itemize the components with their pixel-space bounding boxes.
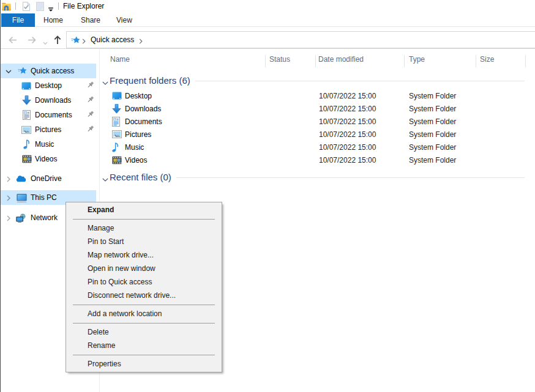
ribbon-tab-share[interactable]: Share bbox=[81, 13, 100, 27]
group-header-rule bbox=[195, 81, 525, 81]
ribbon-tab-view[interactable]: View bbox=[116, 13, 132, 27]
context-menu: Expand Manage Pin to Start Map network d… bbox=[65, 202, 222, 372]
documents-icon bbox=[112, 117, 122, 127]
menu-item-properties[interactable]: Properties bbox=[66, 357, 222, 371]
file-row-videos[interactable]: Videos 10/07/2022 15:00 System Folder bbox=[100, 154, 535, 167]
qat-customize-dropdown-icon[interactable] bbox=[48, 5, 53, 10]
chevron-down-icon[interactable] bbox=[102, 79, 108, 83]
column-separator[interactable] bbox=[476, 55, 476, 67]
breadcrumb-chevron-icon[interactable] bbox=[139, 37, 143, 43]
sidebar-item-label: Quick access bbox=[31, 64, 74, 78]
file-name[interactable]: Documents bbox=[125, 116, 162, 128]
column-header-date-modified[interactable]: Date modified bbox=[318, 54, 364, 64]
breadcrumb-chevron-icon[interactable] bbox=[82, 37, 86, 43]
videos-icon bbox=[22, 155, 32, 165]
pictures-icon bbox=[21, 126, 31, 136]
recent-locations-dropdown-icon[interactable] bbox=[43, 38, 48, 42]
onedrive-icon bbox=[16, 176, 26, 184]
sidebar-item-label: Videos bbox=[35, 152, 57, 166]
menu-separator bbox=[73, 305, 215, 305]
sidebar-item-label: Desktop bbox=[35, 78, 62, 93]
group-header-frequent-folders[interactable]: Frequent folders (6) bbox=[100, 75, 535, 87]
group-header-label[interactable]: Recent files (0) bbox=[110, 171, 171, 183]
chevron-down-icon[interactable] bbox=[6, 68, 12, 74]
group-header-label[interactable]: Frequent folders (6) bbox=[110, 75, 190, 87]
quick-access-star-icon bbox=[18, 66, 27, 77]
navigation-bar: Quick access bbox=[0, 28, 535, 49]
back-button-icon[interactable] bbox=[9, 36, 17, 44]
this-pc-icon bbox=[17, 193, 27, 204]
file-row-music[interactable]: Music 10/07/2022 15:00 System Folder bbox=[100, 141, 535, 154]
file-name[interactable]: Desktop bbox=[125, 90, 152, 103]
breadcrumb-location[interactable]: Quick access bbox=[91, 32, 134, 48]
sidebar-item-onedrive[interactable]: OneDrive bbox=[1, 171, 96, 186]
column-separator[interactable] bbox=[525, 55, 526, 67]
qat-new-folder-icon[interactable] bbox=[36, 2, 44, 11]
column-separator[interactable] bbox=[404, 55, 405, 67]
forward-button-icon[interactable] bbox=[28, 36, 36, 44]
sidebar-item-videos[interactable]: Videos bbox=[1, 152, 96, 166]
sidebar-item-label: Documents bbox=[35, 108, 72, 122]
file-row-desktop[interactable]: Desktop 10/07/2022 15:00 System Folder bbox=[100, 90, 535, 103]
menu-item-manage[interactable]: Manage bbox=[66, 221, 222, 235]
pin-icon bbox=[86, 81, 94, 89]
sidebar-item-label: Network bbox=[31, 210, 58, 225]
menu-item-disconnect-network-drive[interactable]: Disconnect network drive... bbox=[66, 289, 222, 302]
chevron-right-icon[interactable] bbox=[6, 176, 12, 182]
sidebar-item-downloads[interactable]: Downloads bbox=[1, 93, 96, 108]
menu-item-open-in-new-window[interactable]: Open in new window bbox=[66, 262, 222, 275]
sidebar-item-quick-access[interactable]: Quick access bbox=[1, 64, 96, 78]
titlebar-separator bbox=[58, 2, 59, 10]
file-type: System Folder bbox=[409, 103, 456, 116]
file-type: System Folder bbox=[409, 154, 456, 167]
menu-item-expand[interactable]: Expand bbox=[66, 203, 222, 216]
chevron-right-icon[interactable] bbox=[6, 215, 12, 221]
menu-item-pin-to-start[interactable]: Pin to Start bbox=[66, 235, 222, 248]
file-explorer-window: File Explorer File Home Share View Quick… bbox=[0, 0, 535, 392]
qat-properties-icon[interactable] bbox=[23, 2, 30, 11]
downloads-icon bbox=[22, 95, 31, 107]
file-name[interactable]: Pictures bbox=[125, 128, 151, 141]
group-header-recent-files[interactable]: Recent files (0) bbox=[100, 171, 535, 183]
sidebar-item-label: This PC bbox=[31, 190, 57, 205]
chevron-down-icon[interactable] bbox=[102, 176, 108, 180]
column-separator[interactable] bbox=[265, 55, 266, 67]
file-name[interactable]: Downloads bbox=[125, 103, 161, 116]
file-type: System Folder bbox=[409, 128, 456, 141]
desktop-icon bbox=[112, 91, 122, 101]
menu-item-rename[interactable]: Rename bbox=[66, 339, 222, 352]
address-bar[interactable]: Quick access bbox=[66, 31, 535, 48]
file-type: System Folder bbox=[409, 141, 456, 154]
menu-item-add-a-network-location[interactable]: Add a network location bbox=[66, 307, 222, 320]
sidebar-item-music[interactable]: Music bbox=[1, 137, 96, 152]
menu-item-pin-to-quick-access[interactable]: Pin to Quick access bbox=[66, 275, 222, 289]
menu-separator bbox=[73, 219, 215, 220]
window-title: File Explorer bbox=[63, 0, 104, 13]
column-header-name[interactable]: Name bbox=[110, 54, 130, 64]
file-explorer-logo-icon bbox=[1, 1, 12, 12]
column-separator[interactable] bbox=[315, 55, 316, 67]
titlebar-separator bbox=[15, 2, 16, 10]
file-row-downloads[interactable]: Downloads 10/07/2022 15:00 System Folder bbox=[100, 103, 535, 116]
sidebar-item-desktop[interactable]: Desktop bbox=[1, 78, 96, 93]
column-header-status[interactable]: Status bbox=[269, 54, 290, 64]
sidebar-item-documents[interactable]: Documents bbox=[1, 108, 96, 122]
chevron-right-icon[interactable] bbox=[6, 194, 12, 201]
file-name[interactable]: Music bbox=[125, 141, 144, 154]
column-header-size[interactable]: Size bbox=[480, 54, 494, 64]
sidebar-item-pictures[interactable]: Pictures bbox=[1, 122, 96, 137]
file-date-modified: 10/07/2022 15:00 bbox=[319, 116, 376, 128]
ribbon-tab-file[interactable]: File bbox=[1, 13, 35, 27]
up-button-icon[interactable] bbox=[54, 35, 61, 45]
file-row-documents[interactable]: Documents 10/07/2022 15:00 System Folder bbox=[100, 116, 535, 128]
file-date-modified: 10/07/2022 15:00 bbox=[319, 90, 376, 103]
sidebar-item-label: Music bbox=[35, 137, 54, 152]
menu-item-map-network-drive[interactable]: Map network drive... bbox=[66, 248, 222, 262]
ribbon-tab-bar: File Home Share View bbox=[0, 13, 535, 27]
column-header-type[interactable]: Type bbox=[409, 54, 425, 64]
file-row-pictures[interactable]: Pictures 10/07/2022 15:00 System Folder bbox=[100, 128, 535, 141]
file-name[interactable]: Videos bbox=[125, 154, 147, 167]
menu-item-delete[interactable]: Delete bbox=[66, 325, 222, 339]
ribbon-tab-home[interactable]: Home bbox=[43, 13, 63, 27]
menu-separator bbox=[73, 323, 215, 324]
